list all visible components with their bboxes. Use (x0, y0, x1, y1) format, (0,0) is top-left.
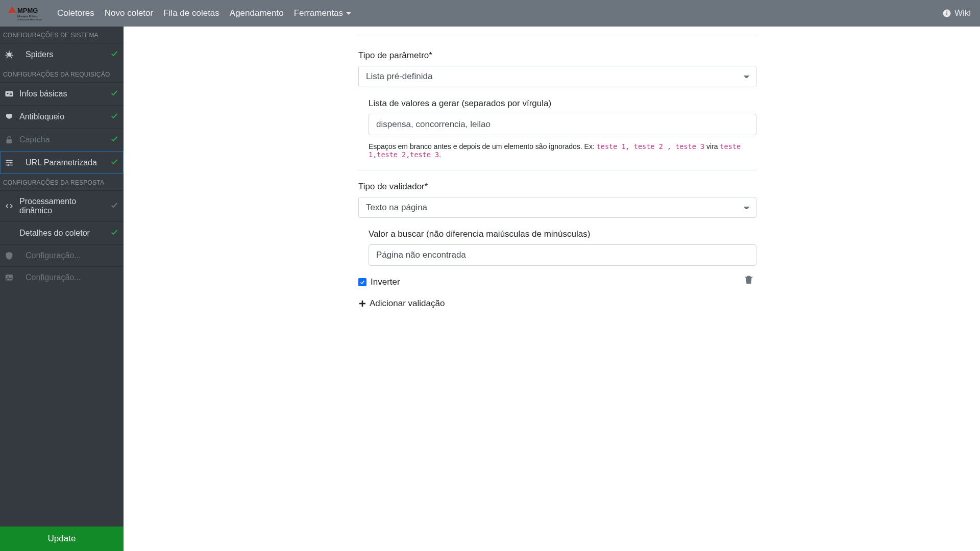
shield-icon (4, 251, 14, 260)
main-content: Tipo de parâmetro* Lista pré-definida Li… (124, 27, 980, 551)
mpmg-logo-icon: MPMG Ministério Público do Estado de Min… (7, 5, 46, 22)
svg-marker-0 (8, 7, 16, 13)
sidebar-section-sys: CONFIGURAÇÕES DE SISTEMA (0, 27, 124, 43)
param-type-select[interactable]: Lista pré-definida (358, 66, 756, 87)
update-button[interactable]: Update (0, 527, 124, 551)
svg-rect-15 (6, 91, 13, 97)
check-icon (110, 112, 118, 122)
sidebar-item-antibloqueio[interactable]: Antibloqueio (0, 105, 124, 128)
divider (358, 36, 756, 36)
svg-point-23 (7, 160, 9, 161)
validator-type-select[interactable]: Texto na página (358, 197, 756, 218)
list-values-label: Lista de valores a gerar (separados por … (369, 98, 756, 109)
code-icon (4, 202, 14, 211)
svg-line-10 (11, 53, 12, 54)
trash-icon (743, 274, 754, 285)
svg-line-9 (6, 53, 8, 54)
add-validation-button[interactable]: Adicionar validação (358, 298, 756, 309)
delete-validation-button[interactable] (741, 272, 756, 289)
help-prefix: Espaços em branco antes e depois de um e… (369, 142, 597, 151)
sidebar-item-label: Infos básicas (19, 89, 105, 98)
svg-line-11 (6, 55, 8, 56)
unlock-icon (4, 135, 14, 144)
invert-checkbox[interactable] (358, 278, 366, 286)
svg-point-24 (10, 162, 12, 164)
sidebar-item-spiders[interactable]: Spiders (0, 43, 124, 66)
plus-icon (358, 299, 366, 308)
svg-text:MPMG: MPMG (17, 7, 38, 14)
svg-rect-18 (10, 94, 12, 95)
svg-rect-17 (10, 93, 12, 94)
svg-rect-29 (359, 303, 365, 305)
nav-wiki[interactable]: Wiki (940, 4, 973, 22)
nav-wiki-label: Wiki (954, 8, 971, 18)
validator-type-label: Tipo de validador* (358, 182, 756, 192)
brand-logo[interactable]: MPMG Ministério Público do Estado de Min… (7, 5, 46, 22)
svg-text:do Estado de Minas Gerais: do Estado de Minas Gerais (17, 18, 42, 21)
sidebar-item-label: Antibloqueio (19, 112, 105, 121)
search-value-label: Valor a buscar (não diferencia maiúscula… (369, 229, 756, 239)
svg-rect-6 (946, 11, 947, 12)
sidebar-section-req: CONFIGURAÇÕES DA REQUISIÇÃO (0, 66, 124, 82)
svg-rect-19 (7, 139, 12, 143)
check-icon (110, 158, 118, 168)
sliders-icon (4, 158, 14, 167)
check-icon (110, 49, 118, 60)
svg-point-25 (8, 164, 9, 166)
info-icon (942, 9, 951, 18)
check-icon (110, 201, 118, 211)
sidebar-item-label: Processamento dinâmico (19, 197, 105, 215)
nav-ferramentas[interactable]: Ferramentas (289, 2, 356, 24)
sidebar-item-config-b[interactable]: Configuração... (0, 266, 124, 288)
nav-novo-coletor[interactable]: Novo coletor (100, 2, 158, 24)
search-value-input[interactable] (369, 244, 756, 266)
param-type-label: Tipo de parâmetro* (358, 51, 756, 61)
check-icon (110, 135, 118, 145)
top-navbar: MPMG Ministério Público do Estado de Min… (0, 0, 980, 27)
svg-text:Ministério Público: Ministério Público (17, 15, 37, 18)
svg-line-13 (7, 56, 8, 58)
help-period: . (439, 151, 441, 159)
check-icon (359, 279, 365, 285)
sidebar-item-label: Spiders (19, 50, 105, 59)
sidebar-item-config-a[interactable]: Configuração... (0, 244, 124, 266)
add-validation-label: Adicionar validação (370, 298, 445, 309)
sidebar-item-captcha[interactable]: Captcha (0, 128, 124, 151)
nav-coletores[interactable]: Coletores (52, 2, 100, 24)
sidebar-item-label: Captcha (19, 135, 105, 144)
nav-fila[interactable]: Fila de coletas (158, 2, 225, 24)
sidebar-item-label: Configuração... (19, 273, 118, 282)
check-icon (110, 89, 118, 99)
sidebar-item-url-param[interactable]: URL Parametrizada (0, 151, 124, 174)
image-icon (4, 273, 14, 282)
sidebar: CONFIGURAÇÕES DE SISTEMA Spiders CONFIGU… (0, 27, 124, 551)
sidebar-item-label: Configuração... (19, 251, 118, 260)
sidebar-item-label: Detalhes do coletor (19, 229, 105, 238)
help-code-1: teste 1, teste 2 , teste 3 (597, 142, 704, 151)
invert-label: Inverter (371, 277, 400, 287)
svg-rect-5 (946, 13, 947, 15)
sidebar-section-resp: CONFIGURAÇÕES DA RESPOSTA (0, 174, 124, 190)
help-mid: vira (704, 142, 720, 151)
help-text: Espaços em branco antes e depois de um e… (369, 142, 756, 159)
mask-icon (4, 112, 14, 121)
sidebar-item-detalhes[interactable]: Detalhes do coletor (0, 221, 124, 244)
sidebar-item-label: URL Parametrizada (19, 158, 105, 167)
svg-point-16 (7, 93, 9, 94)
nav-links: Coletores Novo coletor Fila de coletas A… (52, 2, 356, 24)
list-values-input[interactable] (369, 114, 756, 135)
svg-line-14 (10, 56, 12, 58)
sidebar-item-infos[interactable]: Infos básicas (0, 82, 124, 105)
check-icon (110, 228, 118, 238)
sidebar-item-proc-din[interactable]: Processamento dinâmico (0, 190, 124, 221)
svg-line-12 (11, 55, 13, 56)
bug-icon (4, 50, 14, 59)
nav-agendamento[interactable]: Agendamento (225, 2, 289, 24)
divider (358, 170, 756, 170)
svg-point-7 (7, 53, 11, 57)
id-card-icon (4, 89, 14, 98)
